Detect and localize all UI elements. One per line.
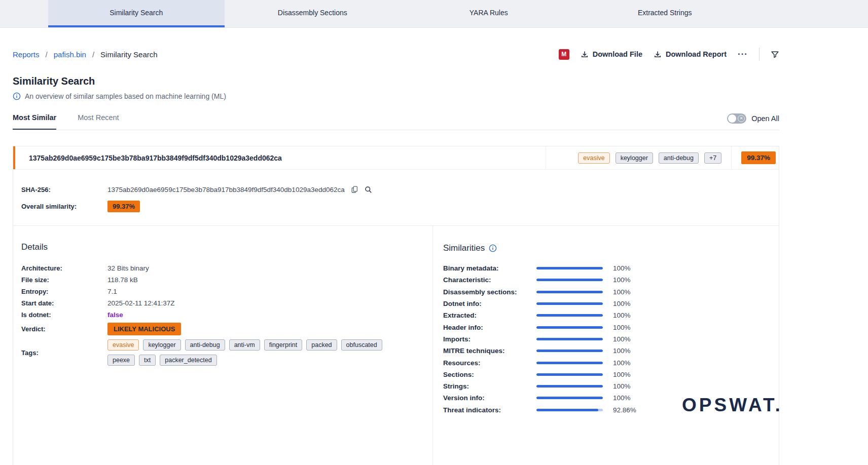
similarity-bar <box>536 314 603 317</box>
header-divider <box>546 146 546 169</box>
tag-chip-7[interactable]: +7 <box>704 152 721 164</box>
tag-chip-anti-debug[interactable]: anti-debug <box>185 339 225 351</box>
tags-list: evasivekeyloggeranti-debuganti-vmfingerp… <box>107 339 391 366</box>
tag-chip-packed[interactable]: packed <box>306 339 337 351</box>
tag-chip-anti-vm[interactable]: anti-vm <box>229 339 260 351</box>
header-actions: M Download File Download Report ··· <box>559 48 779 61</box>
similarity-bar <box>536 409 603 411</box>
similarity-row-strings: Strings:100% <box>443 380 779 392</box>
page-subtitle: An overview of similar samples based on … <box>25 92 226 100</box>
tag-chip-peexe[interactable]: peexe <box>107 355 135 366</box>
similarity-bar <box>536 385 603 388</box>
tag-chip-keylogger[interactable]: keylogger <box>616 152 653 164</box>
similarity-row-resources: Resources:100% <box>443 357 779 368</box>
tag-chip-obfuscated[interactable]: obfuscated <box>341 339 382 351</box>
similarity-bar <box>536 302 603 305</box>
similarity-value: 100% <box>613 359 631 367</box>
similarity-label: Extracted: <box>443 312 536 319</box>
tag-chip-keylogger[interactable]: keylogger <box>143 339 180 351</box>
similarity-bar-fill <box>536 302 603 305</box>
detail-value: 118.78 kB <box>107 276 138 284</box>
header-divider <box>731 146 732 169</box>
tag-chip-packer-detected[interactable]: packer_detected <box>160 355 216 366</box>
similarity-label: Resources: <box>443 359 536 367</box>
similarity-bar <box>536 350 603 352</box>
similarity-bar-fill <box>536 362 603 364</box>
copy-icon[interactable] <box>351 185 358 193</box>
open-all-toggle[interactable]: ✕ <box>727 113 746 124</box>
similar-sample-card: 1375ab269d0ae6959c175be3b78ba917bb3849f9… <box>13 146 779 465</box>
detail-value: 7.1 <box>107 288 117 295</box>
sample-header-right: evasivekeyloggeranti-debug+7 99.37% <box>546 146 779 169</box>
view-tabs-row: Most SimilarMost Recent ✕ Open All <box>13 113 779 130</box>
overall-similarity-label: Overall similarity: <box>21 203 107 210</box>
breadcrumb-item-reports[interactable]: Reports <box>13 50 40 59</box>
tab-similarity-search[interactable]: Similarity Search <box>48 0 225 27</box>
tag-chip-anti-debug[interactable]: anti-debug <box>659 152 699 164</box>
similarity-bar <box>536 338 603 340</box>
detail-row-start-date: Start date:2025-02-11 12:41:37Z <box>21 299 432 307</box>
open-all-control: ✕ Open All <box>727 113 779 124</box>
detail-row-architecture: Architecture:32 Bits binary <box>21 264 432 272</box>
breadcrumb-item-pafish-bin[interactable]: pafish.bin <box>54 50 86 59</box>
similarity-value: 100% <box>613 276 631 284</box>
malicious-verdict-badge: M <box>559 49 569 60</box>
detail-label: Architecture: <box>21 264 107 272</box>
detail-row-entropy: Entropy:7.1 <box>21 288 432 295</box>
open-all-label: Open All <box>751 114 779 123</box>
tab-yara-rules[interactable]: YARA Rules <box>401 0 577 27</box>
view-tab-most-similar[interactable]: Most Similar <box>13 113 56 130</box>
similarity-label: Disassembly sections: <box>443 288 536 296</box>
sample-hash: 1375ab269d0ae6959c175be3b78ba917bb3849f9… <box>29 154 282 162</box>
breadcrumb-separator: / <box>46 50 48 59</box>
similarity-bar <box>536 326 603 329</box>
similarity-row-disassembly-sections: Disassembly sections:100% <box>443 286 779 298</box>
similarity-label: Sections: <box>443 371 536 378</box>
filter-icon[interactable] <box>771 50 779 59</box>
view-tab-most-recent[interactable]: Most Recent <box>78 113 119 130</box>
detail-label: File size: <box>21 276 107 284</box>
similarity-value: 100% <box>613 300 631 307</box>
more-actions-button[interactable]: ··· <box>738 49 748 59</box>
similarity-label: MITRE techniques: <box>443 347 536 355</box>
similarity-rows: Binary metadata:100%Characteristic:100%D… <box>443 262 779 416</box>
actions-divider <box>759 48 760 61</box>
info-icon[interactable] <box>489 244 497 252</box>
tab-extracted-strings[interactable]: Extracted Strings <box>577 0 753 27</box>
similarity-score-badge: 99.37% <box>741 151 776 164</box>
search-icon[interactable] <box>365 186 372 193</box>
similarities-panel: Similarities Binary metadata:100%Charact… <box>432 226 779 465</box>
sample-card-header[interactable]: 1375ab269d0ae6959c175be3b78ba917bb3849f9… <box>13 146 779 170</box>
similarity-row-characteristic: Characteristic:100% <box>443 274 779 286</box>
download-report-button[interactable]: Download Report <box>654 50 727 58</box>
similarity-bar-fill <box>536 267 603 269</box>
similarity-value: 100% <box>613 324 631 331</box>
similarity-row-mitre-techniques: MITRE techniques:100% <box>443 345 779 357</box>
similarity-bar-fill <box>536 314 603 317</box>
download-file-label: Download File <box>593 50 642 58</box>
similarity-label: Characteristic: <box>443 276 536 284</box>
similarity-value: 92.86% <box>613 406 636 414</box>
similarity-label: Binary metadata: <box>443 264 536 272</box>
tab-disassembly-sections[interactable]: Disassembly Sections <box>225 0 401 27</box>
tag-chip-txt[interactable]: txt <box>139 355 156 366</box>
similarity-row-imports: Imports:100% <box>443 333 779 345</box>
similarity-bar-fill <box>536 350 603 352</box>
breadcrumb-item-similarity-search: Similarity Search <box>100 50 158 59</box>
similarity-bar <box>536 267 603 269</box>
verdict-row: Verdict: LIKELY MALICIOUS <box>21 323 432 335</box>
page-subtitle-row: An overview of similar samples based on … <box>13 92 779 100</box>
details-panel: Details Architecture:32 Bits binaryFile … <box>13 226 432 465</box>
similarity-label: Header info: <box>443 324 536 331</box>
tag-chip-evasive[interactable]: evasive <box>578 152 609 164</box>
download-file-button[interactable]: Download File <box>581 50 642 58</box>
similarity-label: Dotnet info: <box>443 300 536 307</box>
tag-chip-fingerprint[interactable]: fingerprint <box>264 339 303 351</box>
tag-chip-evasive[interactable]: evasive <box>107 339 139 351</box>
download-icon <box>654 50 662 58</box>
similarities-heading-row: Similarities <box>443 243 779 253</box>
similarity-bar <box>536 279 603 281</box>
similarity-label: Imports: <box>443 335 536 343</box>
similarity-bar-fill <box>536 409 598 411</box>
similarity-bar <box>536 373 603 376</box>
